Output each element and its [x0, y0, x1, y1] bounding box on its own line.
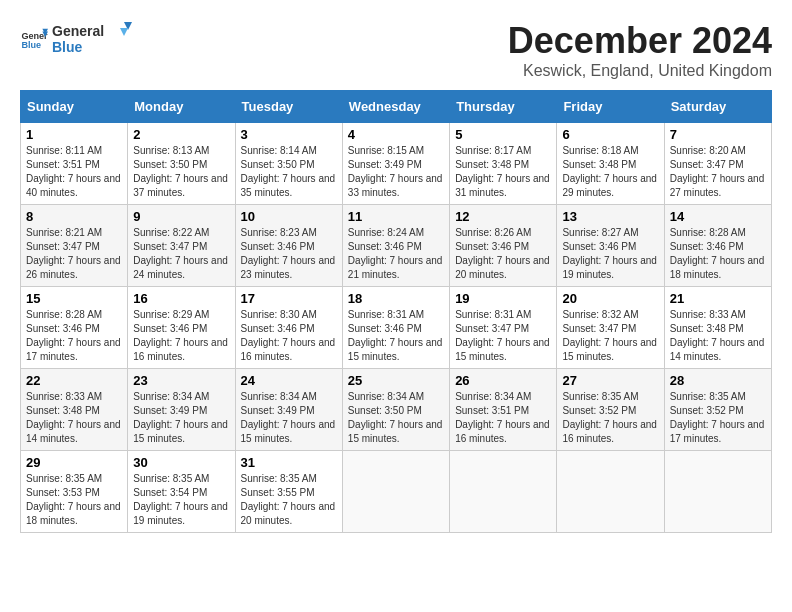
table-row: [664, 451, 771, 533]
header-section: General Blue General Blue December 2024 …: [20, 20, 772, 80]
day-number: 2: [133, 127, 229, 142]
calendar-week-row: 22Sunrise: 8:33 AM Sunset: 3:48 PM Dayli…: [21, 369, 772, 451]
day-number: 4: [348, 127, 444, 142]
day-number: 6: [562, 127, 658, 142]
day-number: 13: [562, 209, 658, 224]
table-row: 4Sunrise: 8:15 AM Sunset: 3:49 PM Daylig…: [342, 123, 449, 205]
day-number: 30: [133, 455, 229, 470]
title-section: December 2024 Keswick, England, United K…: [508, 20, 772, 80]
table-row: [450, 451, 557, 533]
calendar-week-row: 1Sunrise: 8:11 AM Sunset: 3:51 PM Daylig…: [21, 123, 772, 205]
table-row: 15Sunrise: 8:28 AM Sunset: 3:46 PM Dayli…: [21, 287, 128, 369]
day-info: Sunrise: 8:15 AM Sunset: 3:49 PM Dayligh…: [348, 144, 444, 200]
day-number: 16: [133, 291, 229, 306]
table-row: 23Sunrise: 8:34 AM Sunset: 3:49 PM Dayli…: [128, 369, 235, 451]
calendar-header-row: Sunday Monday Tuesday Wednesday Thursday…: [21, 91, 772, 123]
day-info: Sunrise: 8:30 AM Sunset: 3:46 PM Dayligh…: [241, 308, 337, 364]
col-thursday: Thursday: [450, 91, 557, 123]
calendar: Sunday Monday Tuesday Wednesday Thursday…: [20, 90, 772, 533]
table-row: [342, 451, 449, 533]
day-info: Sunrise: 8:11 AM Sunset: 3:51 PM Dayligh…: [26, 144, 122, 200]
day-info: Sunrise: 8:34 AM Sunset: 3:50 PM Dayligh…: [348, 390, 444, 446]
day-number: 18: [348, 291, 444, 306]
col-saturday: Saturday: [664, 91, 771, 123]
day-number: 5: [455, 127, 551, 142]
table-row: 24Sunrise: 8:34 AM Sunset: 3:49 PM Dayli…: [235, 369, 342, 451]
day-number: 29: [26, 455, 122, 470]
day-info: Sunrise: 8:20 AM Sunset: 3:47 PM Dayligh…: [670, 144, 766, 200]
col-monday: Monday: [128, 91, 235, 123]
day-number: 8: [26, 209, 122, 224]
day-info: Sunrise: 8:33 AM Sunset: 3:48 PM Dayligh…: [670, 308, 766, 364]
day-info: Sunrise: 8:21 AM Sunset: 3:47 PM Dayligh…: [26, 226, 122, 282]
day-number: 1: [26, 127, 122, 142]
day-info: Sunrise: 8:32 AM Sunset: 3:47 PM Dayligh…: [562, 308, 658, 364]
day-number: 24: [241, 373, 337, 388]
day-number: 26: [455, 373, 551, 388]
table-row: 30Sunrise: 8:35 AM Sunset: 3:54 PM Dayli…: [128, 451, 235, 533]
day-info: Sunrise: 8:26 AM Sunset: 3:46 PM Dayligh…: [455, 226, 551, 282]
day-info: Sunrise: 8:13 AM Sunset: 3:50 PM Dayligh…: [133, 144, 229, 200]
day-info: Sunrise: 8:34 AM Sunset: 3:51 PM Dayligh…: [455, 390, 551, 446]
day-info: Sunrise: 8:28 AM Sunset: 3:46 PM Dayligh…: [670, 226, 766, 282]
col-friday: Friday: [557, 91, 664, 123]
col-tuesday: Tuesday: [235, 91, 342, 123]
table-row: 7Sunrise: 8:20 AM Sunset: 3:47 PM Daylig…: [664, 123, 771, 205]
day-info: Sunrise: 8:24 AM Sunset: 3:46 PM Dayligh…: [348, 226, 444, 282]
day-number: 3: [241, 127, 337, 142]
calendar-week-row: 15Sunrise: 8:28 AM Sunset: 3:46 PM Dayli…: [21, 287, 772, 369]
calendar-week-row: 8Sunrise: 8:21 AM Sunset: 3:47 PM Daylig…: [21, 205, 772, 287]
day-number: 15: [26, 291, 122, 306]
table-row: 31Sunrise: 8:35 AM Sunset: 3:55 PM Dayli…: [235, 451, 342, 533]
table-row: 25Sunrise: 8:34 AM Sunset: 3:50 PM Dayli…: [342, 369, 449, 451]
table-row: 20Sunrise: 8:32 AM Sunset: 3:47 PM Dayli…: [557, 287, 664, 369]
day-number: 25: [348, 373, 444, 388]
day-info: Sunrise: 8:28 AM Sunset: 3:46 PM Dayligh…: [26, 308, 122, 364]
table-row: 22Sunrise: 8:33 AM Sunset: 3:48 PM Dayli…: [21, 369, 128, 451]
table-row: 16Sunrise: 8:29 AM Sunset: 3:46 PM Dayli…: [128, 287, 235, 369]
day-number: 10: [241, 209, 337, 224]
day-info: Sunrise: 8:22 AM Sunset: 3:47 PM Dayligh…: [133, 226, 229, 282]
month-title: December 2024: [508, 20, 772, 62]
svg-text:General: General: [52, 23, 104, 39]
svg-text:Blue: Blue: [52, 39, 83, 55]
day-number: 31: [241, 455, 337, 470]
table-row: 10Sunrise: 8:23 AM Sunset: 3:46 PM Dayli…: [235, 205, 342, 287]
day-info: Sunrise: 8:29 AM Sunset: 3:46 PM Dayligh…: [133, 308, 229, 364]
col-wednesday: Wednesday: [342, 91, 449, 123]
location-title: Keswick, England, United Kingdom: [508, 62, 772, 80]
day-info: Sunrise: 8:34 AM Sunset: 3:49 PM Dayligh…: [133, 390, 229, 446]
table-row: 28Sunrise: 8:35 AM Sunset: 3:52 PM Dayli…: [664, 369, 771, 451]
svg-text:Blue: Blue: [21, 40, 41, 50]
table-row: 11Sunrise: 8:24 AM Sunset: 3:46 PM Dayli…: [342, 205, 449, 287]
calendar-week-row: 29Sunrise: 8:35 AM Sunset: 3:53 PM Dayli…: [21, 451, 772, 533]
table-row: 8Sunrise: 8:21 AM Sunset: 3:47 PM Daylig…: [21, 205, 128, 287]
table-row: 27Sunrise: 8:35 AM Sunset: 3:52 PM Dayli…: [557, 369, 664, 451]
table-row: 5Sunrise: 8:17 AM Sunset: 3:48 PM Daylig…: [450, 123, 557, 205]
day-number: 12: [455, 209, 551, 224]
day-info: Sunrise: 8:34 AM Sunset: 3:49 PM Dayligh…: [241, 390, 337, 446]
table-row: [557, 451, 664, 533]
day-number: 9: [133, 209, 229, 224]
col-sunday: Sunday: [21, 91, 128, 123]
day-info: Sunrise: 8:14 AM Sunset: 3:50 PM Dayligh…: [241, 144, 337, 200]
table-row: 19Sunrise: 8:31 AM Sunset: 3:47 PM Dayli…: [450, 287, 557, 369]
day-number: 20: [562, 291, 658, 306]
logo: General Blue General Blue: [20, 20, 132, 60]
day-number: 17: [241, 291, 337, 306]
day-number: 28: [670, 373, 766, 388]
table-row: 3Sunrise: 8:14 AM Sunset: 3:50 PM Daylig…: [235, 123, 342, 205]
day-info: Sunrise: 8:27 AM Sunset: 3:46 PM Dayligh…: [562, 226, 658, 282]
table-row: 26Sunrise: 8:34 AM Sunset: 3:51 PM Dayli…: [450, 369, 557, 451]
day-info: Sunrise: 8:17 AM Sunset: 3:48 PM Dayligh…: [455, 144, 551, 200]
day-info: Sunrise: 8:35 AM Sunset: 3:52 PM Dayligh…: [562, 390, 658, 446]
table-row: 2Sunrise: 8:13 AM Sunset: 3:50 PM Daylig…: [128, 123, 235, 205]
day-number: 19: [455, 291, 551, 306]
day-info: Sunrise: 8:35 AM Sunset: 3:55 PM Dayligh…: [241, 472, 337, 528]
day-number: 11: [348, 209, 444, 224]
day-number: 22: [26, 373, 122, 388]
day-info: Sunrise: 8:33 AM Sunset: 3:48 PM Dayligh…: [26, 390, 122, 446]
table-row: 9Sunrise: 8:22 AM Sunset: 3:47 PM Daylig…: [128, 205, 235, 287]
day-info: Sunrise: 8:18 AM Sunset: 3:48 PM Dayligh…: [562, 144, 658, 200]
day-number: 7: [670, 127, 766, 142]
